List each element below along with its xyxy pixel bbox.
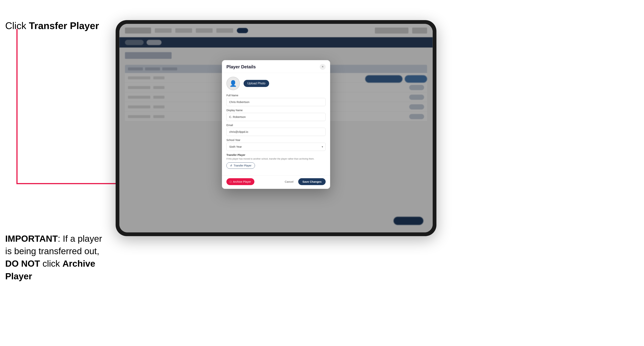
school-year-group: School Year First Year Second Year Third… bbox=[226, 139, 326, 151]
transfer-icon: ↺ bbox=[230, 164, 232, 167]
modal-body: 👤 Upload Photo Full Name Display Name bbox=[222, 73, 330, 175]
transfer-section-description: If this player has moved to another scho… bbox=[226, 157, 326, 161]
full-name-group: Full Name bbox=[226, 94, 326, 106]
school-year-label: School Year bbox=[226, 139, 326, 142]
instruction-bottom: IMPORTANT: If a player is being transfer… bbox=[5, 232, 110, 283]
archive-button-label: Archive Player bbox=[233, 180, 251, 183]
instruction-part2: click bbox=[40, 259, 62, 269]
email-group: Email bbox=[226, 124, 326, 136]
archive-icon: □ bbox=[230, 180, 232, 183]
modal-overlay: Player Details × 👤 Upload Photo Full Nam bbox=[119, 24, 433, 232]
bracket-vertical-line bbox=[16, 29, 18, 183]
school-year-select-wrapper: First Year Second Year Third Year Fourth… bbox=[226, 143, 326, 151]
display-name-group: Display Name bbox=[226, 109, 326, 121]
do-not-label: DO NOT bbox=[5, 259, 40, 269]
cancel-button[interactable]: Cancel bbox=[282, 178, 296, 185]
email-label: Email bbox=[226, 124, 326, 127]
avatar-icon: 👤 bbox=[230, 80, 237, 87]
transfer-button-label: Transfer Player bbox=[234, 164, 252, 167]
transfer-section-title: Transfer Player bbox=[226, 154, 326, 157]
full-name-label: Full Name bbox=[226, 94, 326, 97]
instruction-top: Click Transfer Player bbox=[5, 20, 99, 31]
instruction-bold: Transfer Player bbox=[29, 20, 99, 31]
modal-close-button[interactable]: × bbox=[320, 64, 326, 70]
display-name-input[interactable] bbox=[226, 113, 326, 121]
full-name-input[interactable] bbox=[226, 98, 326, 106]
tablet-screen: Player Details × 👤 Upload Photo Full Nam bbox=[119, 24, 433, 232]
modal-footer: □ Archive Player Cancel Save Changes bbox=[222, 175, 330, 189]
transfer-player-section: Transfer Player If this player has moved… bbox=[226, 154, 326, 169]
upload-photo-button[interactable]: Upload Photo bbox=[244, 80, 269, 87]
save-changes-button[interactable]: Save Changes bbox=[298, 178, 326, 185]
display-name-label: Display Name bbox=[226, 109, 326, 112]
avatar-circle: 👤 bbox=[226, 77, 240, 90]
archive-player-button[interactable]: □ Archive Player bbox=[226, 178, 254, 185]
email-input[interactable] bbox=[226, 128, 326, 136]
modal-title: Player Details bbox=[226, 64, 256, 69]
modal-header: Player Details × bbox=[222, 60, 330, 73]
transfer-player-button[interactable]: ↺ Transfer Player bbox=[226, 162, 255, 169]
player-details-modal: Player Details × 👤 Upload Photo Full Nam bbox=[222, 60, 330, 189]
photo-upload-row: 👤 Upload Photo bbox=[226, 77, 326, 90]
tablet-device: Player Details × 👤 Upload Photo Full Nam bbox=[116, 20, 436, 236]
school-year-select[interactable]: First Year Second Year Third Year Fourth… bbox=[226, 143, 326, 151]
important-label: IMPORTANT bbox=[5, 234, 58, 244]
